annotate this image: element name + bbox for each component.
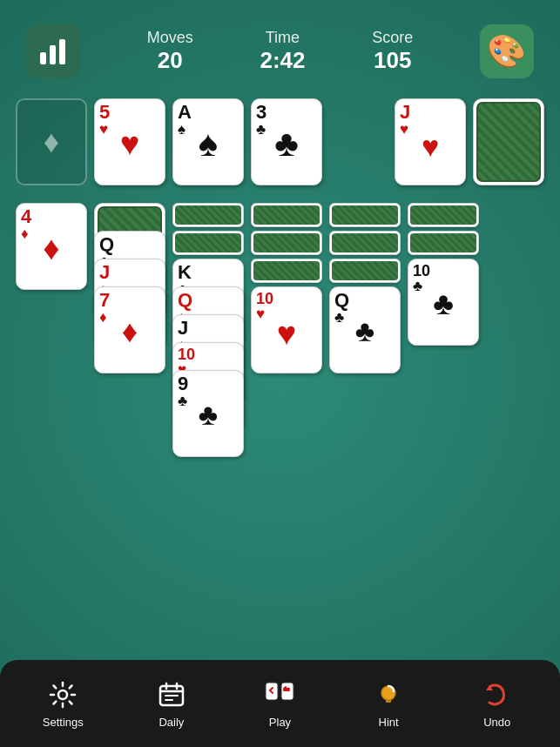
deck-pattern	[476, 102, 541, 182]
face-down-card	[172, 203, 244, 227]
stock-slot-icon: ♦	[44, 124, 59, 160]
svg-rect-5	[165, 695, 179, 697]
face-down-card	[408, 231, 479, 255]
nav-hint-label: Hint	[379, 716, 399, 729]
card-rank: A	[173, 99, 243, 122]
nav-settings-label: Settings	[43, 716, 84, 729]
tableau-col-3[interactable]: K ♣ ♣ Q ♦ ♦ J ♠ ♠ 10 ♥ ♥	[172, 203, 244, 457]
time-stat: Time 2:42	[260, 29, 305, 74]
svg-rect-0	[40, 52, 46, 64]
hint-icon	[374, 677, 402, 712]
card-rank: 3	[252, 99, 321, 122]
tableau-col-4[interactable]: 10 ♥ ♥	[251, 203, 322, 374]
face-down-card	[329, 259, 401, 283]
daily-icon	[158, 677, 186, 712]
foundation-card-2[interactable]: A ♠ ♠	[172, 98, 244, 185]
deck-pile[interactable]	[473, 98, 544, 185]
tableau-col-6[interactable]: 10 ♣ ♣	[408, 203, 479, 346]
nav-settings[interactable]: Settings	[24, 677, 102, 729]
card-rank: J	[395, 99, 465, 122]
foundation-card-1[interactable]: 5 ♥ ♥	[94, 98, 165, 185]
stats-icon[interactable]	[26, 24, 80, 78]
face-down-card	[329, 203, 401, 227]
tableau: 4 ♦ ♦ Q ♣ ♣ J ♦ ♦ 7	[16, 203, 544, 457]
tableau-card[interactable]: Q ♣ ♣	[329, 286, 401, 374]
tableau-col-1[interactable]: 4 ♦ ♦	[16, 203, 87, 290]
moves-value: 20	[158, 47, 183, 74]
tableau-card[interactable]: 9 ♣ ♣	[172, 370, 244, 457]
game-area: ♦ 5 ♥ ♥ A ♠ ♠ 3 ♣ ♣ J ♥ ♥	[0, 96, 560, 457]
svg-rect-2	[59, 39, 65, 64]
time-label: Time	[266, 29, 300, 47]
time-value: 2:42	[260, 47, 305, 74]
svg-rect-1	[50, 45, 56, 64]
card-center-suit: ♠	[199, 123, 218, 165]
svg-rect-6	[165, 699, 173, 701]
tableau-col-5[interactable]: Q ♣ ♣	[329, 203, 401, 374]
undo-icon	[482, 677, 512, 712]
tableau-card[interactable]: 10 ♣ ♣	[408, 259, 479, 346]
tableau-card[interactable]: 10 ♥ ♥	[251, 286, 322, 374]
top-bar: Moves 20 Time 2:42 Score 105 🎨	[0, 0, 560, 96]
score-stat: Score 105	[372, 29, 413, 74]
tableau-card[interactable]: 7 ♦ ♦	[94, 286, 165, 374]
nav-undo-label: Undo	[483, 716, 510, 729]
svg-point-3	[58, 690, 67, 699]
face-down-card	[251, 231, 322, 255]
face-down-card	[251, 259, 322, 283]
face-down-card	[251, 203, 322, 227]
score-value: 105	[374, 47, 411, 74]
play-icon	[264, 677, 295, 712]
palette-icon[interactable]: 🎨	[480, 24, 534, 78]
nav-hint[interactable]: Hint	[349, 677, 428, 729]
card-rank: 5	[95, 99, 165, 122]
tableau-col-2[interactable]: Q ♣ ♣ J ♦ ♦ 7 ♦ ♦	[94, 203, 165, 374]
moves-label: Moves	[147, 29, 193, 47]
bottom-nav: Settings Daily Play	[0, 660, 560, 747]
face-down-card	[408, 203, 479, 227]
card-center-suit: ♥	[422, 131, 439, 165]
stock-slot[interactable]: ♦	[16, 98, 87, 185]
card-center-suit: ♥	[120, 124, 140, 162]
foundation-card-3[interactable]: 3 ♣ ♣	[251, 98, 322, 185]
face-down-card	[329, 231, 401, 255]
nav-daily-label: Daily	[159, 716, 184, 729]
nav-play-label: Play	[269, 716, 291, 729]
foundation-card-j[interactable]: J ♥ ♥	[395, 98, 466, 185]
tableau-card[interactable]: 4 ♦ ♦	[16, 203, 87, 290]
nav-undo[interactable]: Undo	[458, 677, 536, 729]
nav-daily[interactable]: Daily	[132, 677, 211, 729]
face-down-card	[172, 231, 244, 255]
card-center-suit: ♣	[274, 123, 299, 165]
score-label: Score	[372, 29, 413, 47]
settings-icon	[49, 677, 77, 712]
nav-play[interactable]: Play	[240, 677, 319, 729]
moves-stat: Moves 20	[147, 29, 193, 74]
foundation-row: ♦ 5 ♥ ♥ A ♠ ♠ 3 ♣ ♣ J ♥ ♥	[16, 96, 544, 187]
